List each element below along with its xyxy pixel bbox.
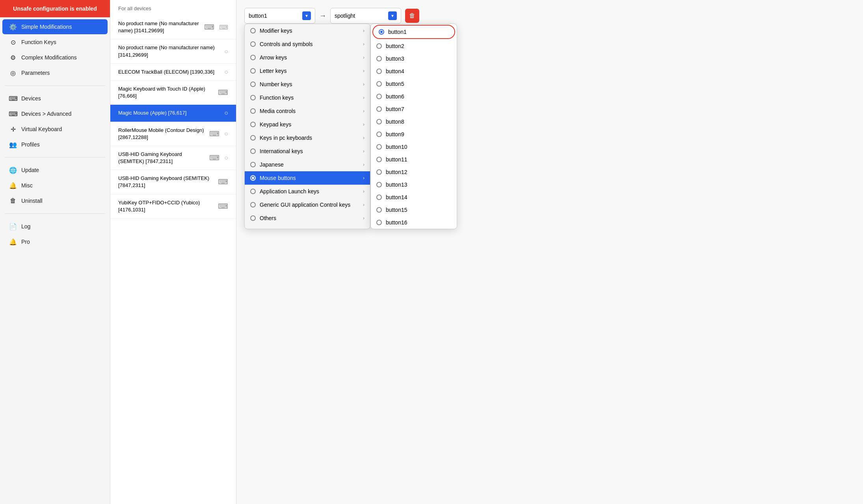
button-label: button1 — [388, 29, 407, 35]
sidebar-item-label: Devices > Advanced — [21, 111, 71, 117]
category-label: International keys — [260, 148, 359, 154]
submenu-button14[interactable]: button14 — [371, 191, 457, 204]
device-item[interactable]: No product name (No manufacturer name) [… — [110, 15, 236, 39]
category-mouse-buttons[interactable]: Mouse buttons › — [245, 171, 370, 185]
device-name: USB-HID Gaming Keyboard (SEMITEK) [7847,… — [118, 151, 205, 165]
sidebar-item-function-keys[interactable]: ⊙ Function Keys — [2, 35, 108, 50]
sidebar-item-devices[interactable]: ⌨ Devices — [2, 91, 108, 106]
category-controls-symbols[interactable]: Controls and symbols › — [245, 37, 370, 51]
sidebar-item-label: Devices — [21, 95, 41, 102]
category-modifier-keys[interactable]: Modifier keys › — [245, 24, 370, 37]
main-content: For all devices No product name (No manu… — [110, 0, 863, 504]
category-number-keys[interactable]: Number keys › — [245, 78, 370, 91]
chevron-right-icon: › — [363, 28, 365, 33]
sidebar-item-update[interactable]: 🌐 Update — [2, 163, 108, 178]
category-others[interactable]: Others › — [245, 211, 370, 225]
sidebar-item-log[interactable]: 📄 Log — [2, 219, 108, 234]
mouse-icon: ○ — [224, 48, 228, 55]
sidebar-item-complex-modifications[interactable]: ⚙ Complex Modifications — [2, 50, 108, 65]
category-label: Number keys — [260, 81, 359, 87]
radio-btn10 — [376, 144, 382, 150]
category-label: Media controls — [260, 108, 359, 114]
mouse5-icon: ○ — [224, 154, 228, 161]
keyboard4-icon: ⌨ — [209, 130, 219, 138]
radio-keypad — [250, 122, 256, 127]
sidebar-item-profiles[interactable]: 👥 Profiles — [2, 137, 108, 152]
arrow-icon: → — [319, 12, 326, 20]
sidebar-item-label: Pro — [21, 239, 30, 245]
category-letter-keys[interactable]: Letter keys › — [245, 64, 370, 78]
divider-2 — [5, 157, 105, 158]
chevron-right-icon: › — [363, 148, 365, 154]
sidebar-item-parameters[interactable]: ◎ Parameters — [2, 65, 108, 80]
radio-btn15 — [376, 207, 382, 213]
keyboard2-icon: ⌨ — [219, 24, 228, 31]
category-function-keys[interactable]: Function keys › — [245, 91, 370, 104]
device-item[interactable]: YubiKey OTP+FIDO+CCID (Yubico) [4176,103… — [110, 195, 236, 219]
sidebar-item-simple-modifications[interactable]: ⚙️ Simple Modifications — [2, 19, 108, 34]
keyboard6-icon: ⌨ — [218, 178, 228, 186]
radio-app-launch — [250, 189, 256, 194]
device-item[interactable]: USB-HID Gaming Keyboard (SEMITEK) [7847,… — [110, 146, 236, 170]
sidebar-item-uninstall[interactable]: 🗑 Uninstall — [2, 193, 108, 208]
submenu-button4[interactable]: button4 — [371, 65, 457, 78]
device-item[interactable]: USB-HID Gaming Keyboard (SEMITEK) [7847,… — [110, 170, 236, 194]
submenu-button7[interactable]: button7 — [371, 103, 457, 115]
device-name: ELECOM TrackBall (ELECOM) [1390,336] — [118, 69, 219, 76]
sidebar-item-pro[interactable]: 🔔 Pro — [2, 234, 108, 249]
chevron-right-icon: › — [363, 189, 365, 194]
unsafe-banner[interactable]: Unsafe configuration is enabled — [0, 0, 110, 17]
device-item[interactable]: RollerMouse Mobile (Contour Design) [286… — [110, 122, 236, 146]
submenu-button16[interactable]: button16 — [371, 216, 457, 229]
radio-btn2 — [376, 43, 382, 49]
to-dropdown-trigger[interactable]: spotlight ▾ — [330, 8, 401, 24]
category-keypad-keys[interactable]: Keypad keys › — [245, 118, 370, 131]
chevron-right-icon: › — [363, 175, 365, 181]
submenu-button10[interactable]: button10 — [371, 141, 457, 153]
submenu-button11[interactable]: button11 — [371, 153, 457, 166]
button-label: button9 — [386, 131, 404, 137]
category-generic-gui[interactable]: Generic GUI application Control keys › — [245, 198, 370, 211]
submenu-button6[interactable]: button6 — [371, 90, 457, 103]
delete-mapping-button[interactable]: 🗑 — [405, 9, 419, 23]
submenu-button2[interactable]: button2 — [371, 40, 457, 52]
submenu-button15[interactable]: button15 — [371, 204, 457, 216]
dropdown-overlay: Modifier keys › Controls and symbols › A… — [244, 24, 457, 229]
category-label: Controls and symbols — [260, 41, 359, 47]
category-label: Function keys — [260, 94, 359, 101]
device-item[interactable]: Magic Keyboard with Touch ID (Apple) [76… — [110, 81, 236, 105]
device-item-active[interactable]: Magic Mouse (Apple) [76,617] ○ — [110, 105, 236, 122]
from-dropdown-trigger[interactable]: button1 ▾ — [244, 8, 315, 24]
sidebar-section-system: 🌐 Update 🔔 Misc 🗑 Uninstall — [0, 161, 110, 210]
submenu-button5[interactable]: button5 — [371, 78, 457, 90]
category-japanese[interactable]: Japanese › — [245, 158, 370, 171]
radio-japanese — [250, 162, 256, 167]
submenu-button13[interactable]: button13 — [371, 178, 457, 191]
device-name: No product name (No manufacturer name) [… — [118, 44, 219, 58]
radio-btn14 — [376, 195, 382, 200]
device-item[interactable]: ELECOM TrackBall (ELECOM) [1390,336] ○ — [110, 64, 236, 81]
sidebar-item-virtual-keyboard[interactable]: ✛ Virtual Keyboard — [2, 122, 108, 137]
device-item[interactable]: No product name (No manufacturer name) [… — [110, 39, 236, 63]
radio-btn7 — [376, 106, 382, 112]
submenu-button1[interactable]: button1 — [372, 25, 455, 39]
category-label: Generic GUI application Control keys — [260, 202, 359, 208]
keyboard-adv-icon: ⌨ — [9, 110, 17, 117]
submenu-button12[interactable]: button12 — [371, 166, 457, 178]
keyboard7-icon: ⌨ — [218, 202, 228, 211]
radio-controls — [250, 41, 256, 47]
category-international-keys[interactable]: International keys › — [245, 145, 370, 158]
submenu-button9[interactable]: button9 — [371, 128, 457, 141]
button-label: button11 — [386, 156, 407, 163]
sidebar-section-devices: ⌨ Devices ⌨ Devices > Advanced ✛ Virtual… — [0, 89, 110, 154]
category-label: Japanese — [260, 161, 359, 168]
category-arrow-keys[interactable]: Arrow keys › — [245, 51, 370, 64]
category-app-launch[interactable]: Application Launch keys › — [245, 185, 370, 198]
sidebar-item-misc[interactable]: 🔔 Misc — [2, 178, 108, 193]
submenu-button8[interactable]: button8 — [371, 115, 457, 128]
submenu-button3[interactable]: button3 — [371, 52, 457, 65]
category-media-controls[interactable]: Media controls › — [245, 104, 370, 118]
sidebar-item-devices-advanced[interactable]: ⌨ Devices > Advanced — [2, 106, 108, 121]
radio-gui — [250, 202, 256, 208]
category-keys-pc[interactable]: Keys in pc keyboards › — [245, 131, 370, 145]
